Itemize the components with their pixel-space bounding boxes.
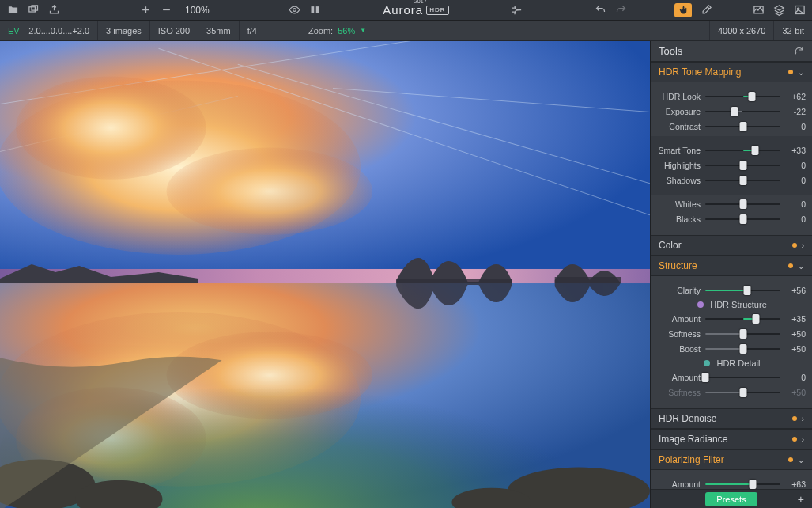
slider-thumb[interactable] bbox=[739, 161, 746, 170]
aperture-value: f/4 bbox=[239, 21, 265, 40]
slider-amount[interactable]: Amount+35 bbox=[657, 313, 806, 324]
redo-icon[interactable] bbox=[614, 4, 627, 17]
canvas[interactable] bbox=[0, 41, 650, 508]
svg-point-2 bbox=[293, 9, 296, 12]
section-radiance[interactable]: Image Radiance› bbox=[651, 429, 812, 449]
slider-label: Blacks bbox=[657, 214, 701, 224]
slider-amount[interactable]: Amount+63 bbox=[657, 479, 806, 489]
svg-point-11 bbox=[167, 148, 373, 235]
eye-icon[interactable] bbox=[289, 4, 301, 17]
slider-track[interactable] bbox=[705, 328, 780, 339]
section-hdr_tone[interactable]: HDR Tone Mapping⌄ bbox=[651, 62, 812, 82]
histogram-icon[interactable] bbox=[752, 4, 765, 17]
slider-label: Smart Tone bbox=[657, 146, 701, 155]
slider-thumb[interactable] bbox=[751, 146, 758, 155]
dimensions-value: 4000 x 2670 bbox=[709, 21, 774, 40]
app-name-text: Aurora bbox=[383, 3, 423, 17]
slider-amount[interactable]: Amount0 bbox=[657, 372, 806, 383]
windows-icon[interactable] bbox=[27, 4, 40, 17]
slider-track[interactable] bbox=[705, 199, 780, 210]
zoom-in-icon[interactable] bbox=[139, 4, 152, 17]
info-bar: EV -2.0....0.0....+2.0 3 images ISO 200 … bbox=[0, 21, 812, 41]
subheader-text: HDR Structure bbox=[710, 300, 767, 309]
chevron-right-icon: › bbox=[802, 435, 804, 444]
slider-track[interactable] bbox=[705, 91, 780, 102]
bitdepth-value: 32-bit bbox=[773, 21, 812, 40]
slider-contrast[interactable]: Contrast0 bbox=[657, 121, 806, 132]
slider-track[interactable] bbox=[705, 372, 780, 383]
brush-icon[interactable] bbox=[700, 4, 712, 17]
section-structure[interactable]: Structure⌄ bbox=[651, 256, 812, 276]
slider-track[interactable] bbox=[705, 121, 780, 132]
export-icon[interactable] bbox=[47, 4, 60, 17]
presets-button[interactable]: Presets bbox=[705, 492, 757, 506]
slider-thumb[interactable] bbox=[744, 286, 751, 295]
hand-tool-icon[interactable] bbox=[674, 3, 692, 17]
section-denoise[interactable]: HDR Denoise› bbox=[651, 408, 812, 429]
zoom-out-icon[interactable] bbox=[160, 4, 172, 17]
slider-label: Softness bbox=[657, 388, 701, 397]
compare-icon[interactable] bbox=[309, 4, 322, 17]
section-color[interactable]: Color› bbox=[651, 235, 812, 256]
slider-track[interactable] bbox=[705, 285, 780, 296]
slider-track[interactable] bbox=[705, 175, 780, 186]
slider-clarity[interactable]: Clarity+56 bbox=[657, 285, 806, 296]
ev-values[interactable]: -2.0....0.0....+2.0 bbox=[25, 21, 97, 40]
slider-thumb[interactable] bbox=[752, 314, 759, 324]
slider-thumb[interactable] bbox=[739, 329, 746, 339]
slider-value: +33 bbox=[785, 146, 806, 155]
zoom-display[interactable]: 100% bbox=[185, 5, 210, 16]
tools-scroll[interactable]: HDR Tone Mapping⌄HDR Look+62Exposure-22C… bbox=[651, 62, 812, 489]
slider-label: Softness bbox=[657, 329, 701, 339]
slider-thumb[interactable] bbox=[731, 107, 738, 116]
slider-track[interactable] bbox=[705, 313, 780, 324]
status-dot-icon bbox=[788, 70, 793, 74]
add-preset-icon[interactable]: + bbox=[798, 493, 804, 506]
slider-thumb[interactable] bbox=[739, 344, 746, 354]
section-title: Structure bbox=[659, 260, 788, 271]
slider-track[interactable] bbox=[705, 145, 780, 156]
image-icon[interactable] bbox=[793, 4, 806, 17]
section-title: HDR Denoise bbox=[659, 413, 792, 424]
slider-thumb[interactable] bbox=[749, 480, 756, 489]
refresh-icon[interactable] bbox=[794, 45, 804, 58]
slider-smart-tone[interactable]: Smart Tone+33 bbox=[657, 145, 806, 156]
status-dot-icon bbox=[792, 437, 797, 442]
slider-value: 0 bbox=[785, 373, 806, 382]
slider-thumb[interactable] bbox=[748, 92, 755, 101]
slider-value: 0 bbox=[785, 176, 806, 185]
svg-point-10 bbox=[16, 76, 206, 179]
slider-thumb[interactable] bbox=[739, 176, 746, 185]
slider-track[interactable] bbox=[705, 106, 780, 117]
slider-thumb[interactable] bbox=[739, 214, 746, 224]
slider-thumb[interactable] bbox=[702, 373, 709, 382]
slider-track[interactable] bbox=[705, 214, 780, 225]
slider-exposure[interactable]: Exposure-22 bbox=[657, 106, 806, 117]
slider-whites[interactable]: Whites0 bbox=[657, 199, 806, 210]
slider-track[interactable] bbox=[705, 387, 780, 398]
slider-shadows[interactable]: Shadows0 bbox=[657, 175, 806, 186]
slider-blacks[interactable]: Blacks0 bbox=[657, 214, 806, 225]
crop-icon[interactable] bbox=[510, 4, 523, 17]
tools-panel-header: Tools bbox=[651, 41, 812, 62]
zoom-indicator[interactable]: Zoom: 56% ▼ bbox=[308, 26, 366, 36]
slider-label: Amount bbox=[657, 373, 701, 382]
slider-softness[interactable]: Softness+50 bbox=[657, 387, 806, 398]
undo-icon[interactable] bbox=[594, 4, 606, 17]
layers-icon[interactable] bbox=[772, 4, 785, 17]
slider-track[interactable] bbox=[705, 479, 780, 489]
slider-thumb[interactable] bbox=[739, 199, 746, 209]
slider-softness[interactable]: Softness+50 bbox=[657, 328, 806, 339]
slider-boost[interactable]: Boost+50 bbox=[657, 343, 806, 354]
slider-track[interactable] bbox=[705, 160, 780, 171]
slider-thumb[interactable] bbox=[739, 122, 746, 131]
slider-track[interactable] bbox=[705, 343, 780, 354]
section-body-hdr_tone: HDR Look+62Exposure-22Contrast0Smart Ton… bbox=[651, 82, 812, 235]
slider-hdr-look[interactable]: HDR Look+62 bbox=[657, 91, 806, 102]
chevron-down-icon: ⌄ bbox=[798, 262, 804, 271]
section-polarize[interactable]: Polarizing Filter⌄ bbox=[651, 449, 812, 470]
folder-icon[interactable] bbox=[6, 4, 19, 17]
slider-highlights[interactable]: Highlights0 bbox=[657, 160, 806, 171]
slider-value: +50 bbox=[785, 388, 806, 397]
slider-thumb[interactable] bbox=[739, 388, 746, 397]
